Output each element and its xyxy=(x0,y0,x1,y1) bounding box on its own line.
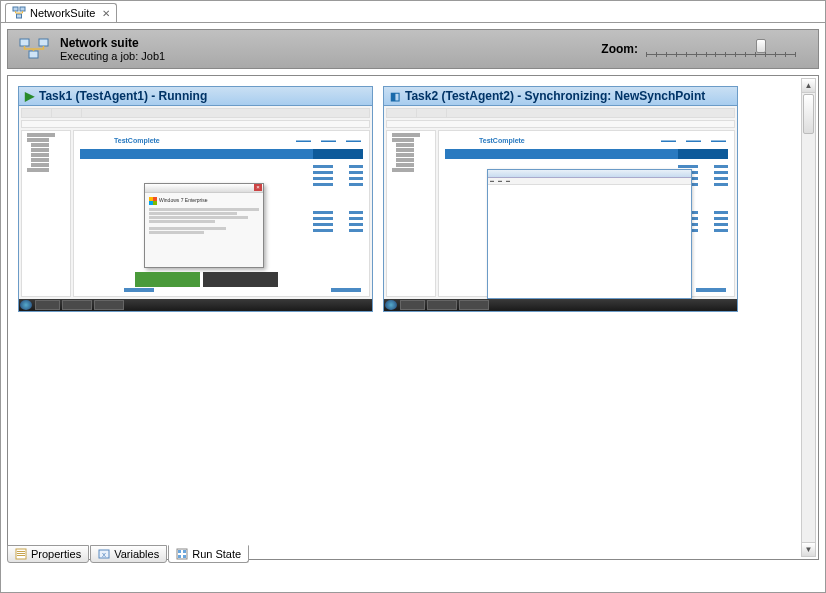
svg-rect-15 xyxy=(178,555,181,558)
tab-variables[interactable]: x Variables xyxy=(90,545,167,563)
tab-networksuite[interactable]: NetworkSuite ✕ xyxy=(5,3,117,22)
task-thumbnail-2: TestComplete ▬▬▬▬▬▬▬▬▬ xyxy=(384,106,737,311)
svg-rect-4 xyxy=(39,39,48,46)
zoom-control: Zoom: xyxy=(601,39,796,59)
svg-rect-1 xyxy=(20,7,25,11)
svg-rect-14 xyxy=(183,550,186,553)
tab-label: Variables xyxy=(114,548,159,560)
scroll-up-icon[interactable]: ▲ xyxy=(802,79,815,93)
close-icon[interactable]: ✕ xyxy=(102,8,110,19)
svg-text:x: x xyxy=(102,550,106,559)
task-title-text: Task2 (TestAgent2) - Synchronizing: NewS… xyxy=(405,89,705,103)
svg-rect-2 xyxy=(17,14,22,18)
svg-rect-8 xyxy=(17,553,25,554)
svg-rect-16 xyxy=(183,555,186,558)
task-panel-1[interactable]: ▶ Task1 (TestAgent1) - Running TestCompl… xyxy=(18,86,373,312)
zoom-slider[interactable] xyxy=(646,39,796,59)
thumbnail-dialog: × Windows 7 Enterprise xyxy=(144,183,264,268)
tab-label: NetworkSuite xyxy=(30,7,95,19)
task-thumbnail-1: TestComplete ▬▬▬▬▬▬▬▬▬ xyxy=(19,106,372,311)
vertical-scrollbar[interactable]: ▲ ▼ xyxy=(801,78,816,557)
header-title: Network suite xyxy=(60,36,165,50)
tab-label: Properties xyxy=(31,548,81,560)
header-panel: Network suite Executing a job: Job1 Zoom… xyxy=(7,29,819,69)
scroll-down-icon[interactable]: ▼ xyxy=(802,542,815,556)
tab-label: Run State xyxy=(192,548,241,560)
zoom-label: Zoom: xyxy=(601,42,638,56)
tab-run-state[interactable]: Run State xyxy=(168,545,249,563)
task-title-text: Task1 (TestAgent1) - Running xyxy=(39,89,207,103)
task-panel-2[interactable]: ◧ Task2 (TestAgent2) - Synchronizing: Ne… xyxy=(383,86,738,312)
network-suite-icon xyxy=(18,37,50,61)
tab-properties[interactable]: Properties xyxy=(7,545,89,563)
svg-rect-7 xyxy=(17,551,25,552)
document-tab-bar: NetworkSuite ✕ xyxy=(1,1,825,23)
svg-rect-13 xyxy=(178,550,181,553)
header-text: Network suite Executing a job: Job1 xyxy=(60,36,165,62)
running-icon: ▶ xyxy=(25,89,34,103)
task-title-2: ◧ Task2 (TestAgent2) - Synchronizing: Ne… xyxy=(384,87,737,106)
properties-icon xyxy=(15,548,27,560)
content-area: ▶ Task1 (TestAgent1) - Running TestCompl… xyxy=(7,75,819,560)
svg-rect-3 xyxy=(20,39,29,46)
thumbnail-window: ▬▬▬ xyxy=(487,169,692,299)
header-subtitle: Executing a job: Job1 xyxy=(60,50,165,62)
svg-rect-0 xyxy=(13,7,18,11)
networksuite-icon xyxy=(12,6,26,20)
svg-rect-5 xyxy=(29,51,38,58)
main-area: Network suite Executing a job: Job1 Zoom… xyxy=(1,23,825,563)
runstate-icon xyxy=(176,548,188,560)
scroll-thumb[interactable] xyxy=(803,94,814,134)
variables-icon: x xyxy=(98,548,110,560)
slider-thumb[interactable] xyxy=(756,39,766,53)
task-title-1: ▶ Task1 (TestAgent1) - Running xyxy=(19,87,372,106)
sync-icon: ◧ xyxy=(390,90,400,103)
bottom-tab-bar: Properties x Variables Run State xyxy=(7,545,249,563)
svg-rect-9 xyxy=(17,555,25,556)
